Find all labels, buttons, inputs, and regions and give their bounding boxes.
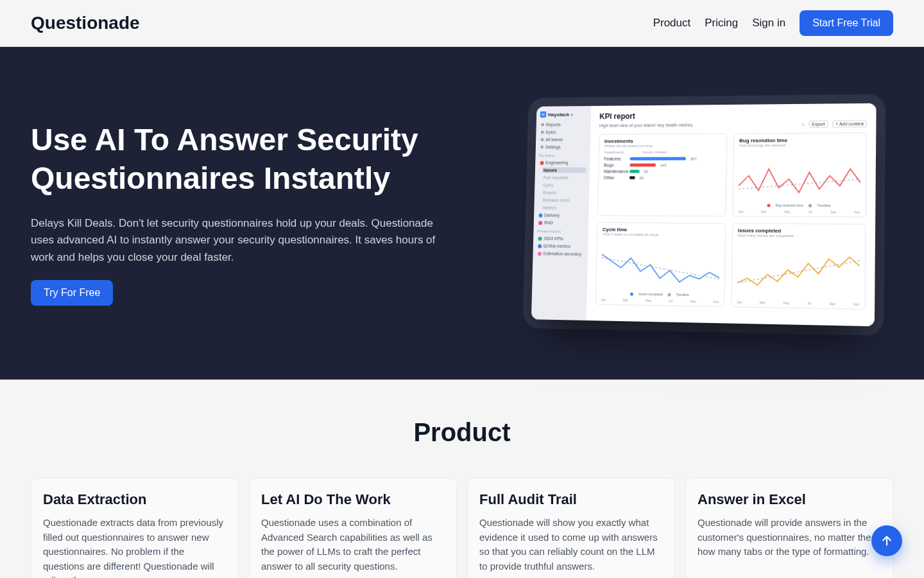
hero-cta-button[interactable]: Try For Free	[31, 280, 113, 306]
legend-dot-icon	[668, 293, 671, 296]
sidebar-item-reports: Reports	[540, 121, 587, 127]
sidebar-subitem-epics: Epics	[542, 182, 586, 188]
arrow-up-icon	[880, 534, 894, 548]
card-data-extraction: Data Extraction Questionade extracts dat…	[31, 478, 239, 578]
legend-dot-icon	[809, 204, 812, 207]
bar-chart-icon	[541, 123, 544, 127]
hero-title: Use AI To Answer Security Questionnaires…	[31, 121, 454, 198]
team-color-icon	[539, 213, 543, 217]
card-body: Questionade will provide answers in the …	[697, 516, 881, 559]
card-title: Answer in Excel	[697, 491, 881, 508]
dashboard-actions: ☆ Export + Add content	[801, 120, 867, 128]
top-nav: Product Pricing Sign in Start Free Trial	[653, 10, 893, 36]
sidebar-pinned-dora: DORA metrics	[536, 243, 584, 249]
sidebar-subitem-boards: Boards	[542, 190, 585, 196]
brand-logo[interactable]: Questionade	[31, 13, 140, 33]
dashboard-subtitle: High level view of your teams' key healt…	[599, 123, 693, 128]
sidebar-pinned-kpis: 2024 KPIs	[537, 236, 585, 241]
card-title: Let AI Do The Work	[261, 491, 445, 508]
dashboard-brand-label: Haystack	[548, 112, 569, 118]
team-color-icon	[538, 221, 542, 225]
x-axis-labels: JanMarMayJulSepNov	[601, 298, 719, 304]
sidebar-subitem-prs: Pull requests	[542, 175, 586, 180]
hero-copy: Use AI To Answer Security Questionnaires…	[31, 121, 454, 306]
sidebar-subitem-issues: Issues	[542, 168, 586, 173]
sidebar-team-engineering: Engineering	[539, 160, 586, 166]
sidebar-section-pinned: Pinned reports	[537, 229, 585, 233]
sidebar-subitem-releasenotes: Release notes	[542, 197, 585, 203]
panel-issues-completed: Issues completed How many issues are com…	[731, 223, 866, 310]
card-audit-trail: Full Audit Trail Questionade will show y…	[467, 478, 675, 578]
sidebar-item-epics: Epics	[540, 129, 587, 135]
flag-icon	[541, 130, 544, 134]
panel-investments: Investments Where did we spend our time …	[597, 134, 728, 217]
chart-legend: Bug resolution time Trendline	[733, 203, 866, 207]
bar-row-maint: Maintenance 53	[604, 169, 721, 173]
star-icon: ☆	[801, 121, 805, 127]
sidebar-team-rnd: RND	[537, 220, 585, 225]
line-chart-icon	[601, 244, 720, 292]
scroll-to-top-button[interactable]	[871, 525, 902, 556]
sidebar-team-delivery: Delivery	[538, 213, 585, 218]
bar-icon	[629, 163, 656, 166]
dashboard-sidebar: H Haystack ▾ Reports Epics All teams Set…	[531, 106, 591, 320]
card-body: Questionade uses a combination of Advanc…	[261, 516, 445, 574]
start-free-trial-button[interactable]: Start Free Trial	[800, 10, 893, 36]
sidebar-pinned-estimation: Estimation accuracy	[536, 250, 584, 257]
panel-subtitle: Where did we spend our time	[604, 144, 722, 148]
panel-cycle-time: Cycle time Time it takes to complete an …	[595, 222, 726, 307]
panel-subtitle: Time it takes to complete an issue	[603, 232, 720, 238]
product-heading: Product	[31, 418, 893, 447]
col-header: Issues created	[642, 150, 667, 154]
haystack-logo-icon: H	[540, 111, 547, 118]
hero-body: Delays Kill Deals. Don't let security qu…	[31, 215, 441, 266]
team-icon	[541, 138, 544, 141]
report-color-icon	[538, 244, 542, 248]
hero-section: Use AI To Answer Security Questionnaires…	[0, 47, 924, 380]
card-body: Questionade extracts data from previousl…	[43, 516, 227, 578]
sidebar-item-allteams: All teams	[540, 137, 587, 143]
card-let-ai: Let AI Do The Work Questionade uses a co…	[249, 478, 457, 578]
nav-link-pricing[interactable]: Pricing	[705, 17, 738, 30]
panel-bug-resolution: Bug resolution time How fast bugs are re…	[732, 132, 867, 217]
product-cards: Data Extraction Questionade extracts dat…	[31, 478, 893, 578]
dashboard-title: KPI report	[599, 110, 867, 121]
panel-subtitle: How many issues are completed	[738, 233, 860, 238]
chevron-down-icon: ▾	[571, 112, 573, 116]
legend-dot-icon	[767, 204, 771, 207]
legend-dot-icon	[630, 292, 633, 295]
sidebar-item-settings: Settings	[539, 144, 586, 150]
bar-row-other: Other 29	[604, 175, 721, 180]
card-title: Full Audit Trail	[479, 491, 663, 508]
sidebar-section-myteams: My teams	[539, 153, 586, 157]
bar-icon	[630, 157, 686, 161]
report-color-icon	[538, 236, 542, 240]
bar-icon	[629, 170, 640, 173]
bar-row-bugs: Bugs 143	[604, 162, 721, 167]
nav-link-product[interactable]: Product	[653, 17, 691, 30]
add-content-button: + Add content	[832, 120, 867, 127]
hero-illustration: H Haystack ▾ Reports Epics All teams Set…	[508, 104, 893, 322]
x-axis-labels: JanMarMayJulSepNov	[737, 300, 859, 306]
product-section: Product Data Extraction Questionade extr…	[0, 380, 924, 578]
bar-row-features: Features 307	[604, 156, 721, 161]
x-axis-labels: JanMarMayJulSepNov	[738, 209, 860, 214]
card-answer-excel: Answer in Excel Questionade will provide…	[685, 478, 893, 578]
card-body: Questionade will show you exactly what e…	[479, 516, 663, 574]
site-header: Questionade Product Pricing Sign in Star…	[0, 0, 924, 47]
bar-icon	[629, 176, 635, 179]
card-title: Data Extraction	[43, 491, 227, 508]
dashboard-main: KPI report High level view of your teams…	[586, 103, 877, 326]
gear-icon	[540, 146, 543, 149]
team-color-icon	[540, 161, 544, 164]
line-chart-icon	[737, 246, 860, 295]
report-color-icon	[538, 252, 542, 256]
col-header: Investments	[604, 150, 624, 154]
export-button: Export	[809, 121, 828, 128]
panel-subtitle: How fast bugs are resolved	[739, 143, 861, 148]
nav-link-signin[interactable]: Sign in	[752, 17, 785, 30]
line-chart-icon	[739, 155, 861, 203]
sidebar-subitem-metrics: Metrics	[542, 205, 585, 211]
dashboard-brand: H Haystack ▾	[540, 111, 588, 118]
dashboard-screenshot: H Haystack ▾ Reports Epics All teams Set…	[531, 103, 877, 326]
